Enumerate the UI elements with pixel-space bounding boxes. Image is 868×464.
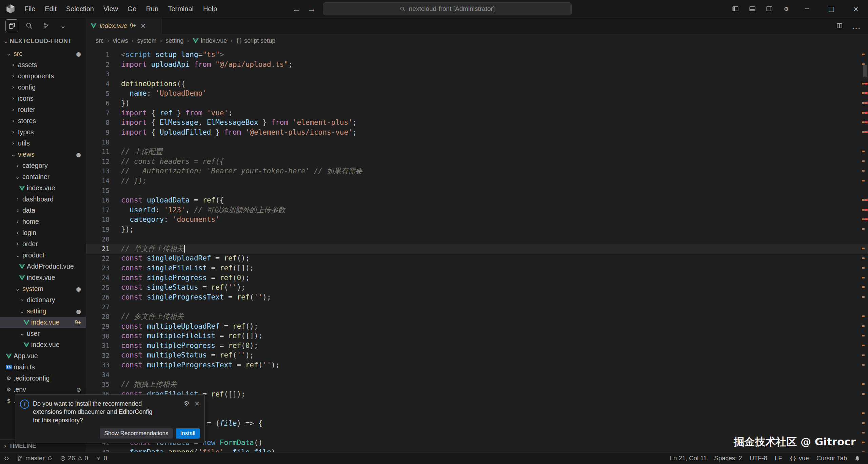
tree-item-container[interactable]: ⌄container — [0, 171, 86, 182]
code-line-28[interactable]: 28// 多文件上传相关 — [86, 312, 868, 322]
status-encoding[interactable]: UTF-8 — [746, 452, 771, 464]
code-line-6[interactable]: 6}) — [86, 98, 868, 108]
code-line-9[interactable]: 9import { UploadFilled } from '@element-… — [86, 128, 868, 137]
status-eol[interactable]: LF — [771, 452, 786, 464]
tree-item-index.vue[interactable]: index.vue9+ — [0, 317, 86, 328]
tree-item-stores[interactable]: ›stores — [0, 115, 86, 127]
code-line-32[interactable]: 32const multipleStatus = ref(''); — [86, 350, 868, 360]
code-line-17[interactable]: 17 userId: '123', // 可以添加额外的上传参数 — [86, 205, 868, 215]
activity-search[interactable] — [23, 20, 35, 32]
tab-index-vue[interactable]: index.vue 9+ × — [86, 18, 162, 34]
tab-close-icon[interactable]: × — [140, 22, 146, 30]
back-arrow-icon[interactable]: ← — [292, 4, 301, 14]
tree-item-user[interactable]: ⌄user — [0, 328, 86, 339]
toggle-sidebar-icon[interactable] — [727, 0, 744, 18]
code-line-11[interactable]: 11// 上传配置 — [86, 147, 868, 157]
tree-item-.editorconfig[interactable]: ⚙.editorconfig — [0, 373, 86, 384]
code-line-10[interactable]: 10 — [86, 137, 868, 147]
code-line-33[interactable]: 33const multipleProgressText = ref(''); — [86, 360, 868, 370]
code-line-7[interactable]: 7import { ref } from 'vue'; — [86, 108, 868, 118]
code-line-15[interactable]: 15 — [86, 186, 868, 195]
tree-item-login[interactable]: ›login — [0, 227, 86, 238]
breadcrumb-setting[interactable]: setting — [165, 37, 183, 44]
tree-item-product[interactable]: ⌄product — [0, 250, 86, 261]
tree-item-router[interactable]: ›router — [0, 104, 86, 115]
toggle-secondary-sidebar-icon[interactable] — [761, 0, 778, 18]
activity-more-views[interactable]: ⌄ — [57, 20, 69, 32]
status-problems[interactable]: 26⚠0 — [56, 452, 92, 464]
code-line-8[interactable]: 8import { ElMessage, ElMessageBox } from… — [86, 118, 868, 128]
menu-run[interactable]: Run — [141, 0, 163, 18]
menu-view[interactable]: View — [99, 0, 123, 18]
tree-item-views[interactable]: ⌄views● — [0, 149, 86, 160]
menu-file[interactable]: File — [20, 0, 40, 18]
tree-item-index.vue[interactable]: index.vue — [0, 182, 86, 194]
breadcrumb-views[interactable]: views — [113, 37, 128, 44]
code-line-22[interactable]: 22const singleUploadRef = ref(); — [86, 253, 868, 263]
tree-item-dashboard[interactable]: ›dashboard — [0, 194, 86, 205]
code-line-24[interactable]: 24const singleProgress = ref(0); — [86, 273, 868, 283]
toggle-panel-icon[interactable] — [744, 0, 761, 18]
status-branch[interactable]: master — [13, 452, 56, 464]
code-line-20[interactable]: 20 — [86, 234, 868, 244]
tree-item-icons[interactable]: ›icons — [0, 93, 86, 104]
tree-item-config[interactable]: ›config — [0, 82, 86, 93]
split-editor-icon[interactable] — [836, 22, 843, 29]
tree-item-utils[interactable]: ›utils — [0, 138, 86, 149]
code-line-31[interactable]: 31const multipleProgress = ref(0); — [86, 341, 868, 351]
status-ports[interactable]: 0 — [92, 452, 111, 464]
code-line-2[interactable]: 2import uploadApi from "@/api/upload.ts"… — [86, 60, 868, 70]
code-line-18[interactable]: 18 category: 'documents' — [86, 215, 868, 225]
notification-close-icon[interactable]: × — [194, 400, 200, 407]
menu-edit[interactable]: Edit — [40, 0, 61, 18]
more-actions-icon[interactable]: … — [852, 21, 861, 31]
code-line-23[interactable]: 23const singleFileList = ref([]); — [86, 263, 868, 273]
status-cursor-tab[interactable]: Cursor Tab — [813, 452, 851, 464]
tree-item-index.vue[interactable]: index.vue — [0, 339, 86, 350]
command-center-search[interactable]: nextcloud-front [Administrator] — [323, 2, 572, 15]
code-line-19[interactable]: 19}); — [86, 225, 868, 234]
status-language-mode[interactable]: {}vue — [786, 452, 813, 464]
notification-gear-icon[interactable]: ⚙ — [184, 400, 190, 407]
tree-item-index.vue[interactable]: index.vue — [0, 272, 86, 283]
code-line-12[interactable]: 12// const headers = ref({ — [86, 157, 868, 167]
code-line-21[interactable]: 21// 单文件上传相关 — [86, 244, 868, 254]
tree-item-home[interactable]: ›home — [0, 216, 86, 227]
customize-layout-gear-icon[interactable]: ⚙ — [778, 0, 795, 18]
status-notifications-bell[interactable] — [851, 452, 864, 464]
status-cursor-position[interactable]: Ln 21, Col 11 — [666, 452, 711, 464]
tree-item-system[interactable]: ⌄system● — [0, 283, 86, 294]
breadcrumb-script-setup[interactable]: {}script setup — [236, 37, 275, 44]
code-line-3[interactable]: 3 — [86, 69, 868, 79]
tree-item-setting[interactable]: ⌄setting● — [0, 306, 86, 317]
tree-item-assets[interactable]: ›assets — [0, 59, 86, 71]
tree-item-AddProduct.vue[interactable]: AddProduct.vue — [0, 261, 86, 272]
breadcrumb-src[interactable]: src — [96, 37, 104, 44]
code-line-35[interactable]: 35// 拖拽上传相关 — [86, 380, 868, 389]
tree-item-category[interactable]: ›category — [0, 160, 86, 171]
code-line-5[interactable]: 5 name: 'UploadDemo' — [86, 89, 868, 98]
explorer-section-header[interactable]: ⌄ NEXTCLOUD-FRONT — [0, 34, 86, 48]
code-line-30[interactable]: 30const multipleFileList = ref([]); — [86, 331, 868, 341]
code-line-26[interactable]: 26const singleProgressText = ref(''); — [86, 292, 868, 302]
activity-explorer[interactable] — [5, 19, 18, 32]
tree-item-types[interactable]: ›types — [0, 127, 86, 138]
menu-go[interactable]: Go — [123, 0, 141, 18]
tree-item-dictionary[interactable]: ›dictionary — [0, 294, 86, 306]
code-line-29[interactable]: 29const multipleUploadRef = ref(); — [86, 322, 868, 331]
forward-arrow-icon[interactable]: → — [308, 4, 316, 14]
menu-help[interactable]: Help — [198, 0, 222, 18]
close-window-button[interactable]: × — [844, 0, 868, 18]
activity-source-control[interactable] — [40, 20, 52, 32]
install-button[interactable]: Install — [176, 428, 200, 439]
menu-terminal[interactable]: Terminal — [163, 0, 198, 18]
scrollbar-thumb[interactable] — [863, 65, 867, 77]
code-line-1[interactable]: 1<script setup lang="ts"> — [86, 50, 868, 60]
code-line-16[interactable]: 16const uploadData = ref({ — [86, 195, 868, 205]
tree-item-components[interactable]: ›components — [0, 71, 86, 82]
status-indentation[interactable]: Spaces: 2 — [710, 452, 746, 464]
tree-item-order[interactable]: ›order — [0, 238, 86, 250]
breadcrumb-system[interactable]: system — [137, 37, 157, 44]
tree-item-.env[interactable]: ⚙.env⊘ — [0, 384, 86, 395]
code-line-14[interactable]: 14// }); — [86, 176, 868, 186]
